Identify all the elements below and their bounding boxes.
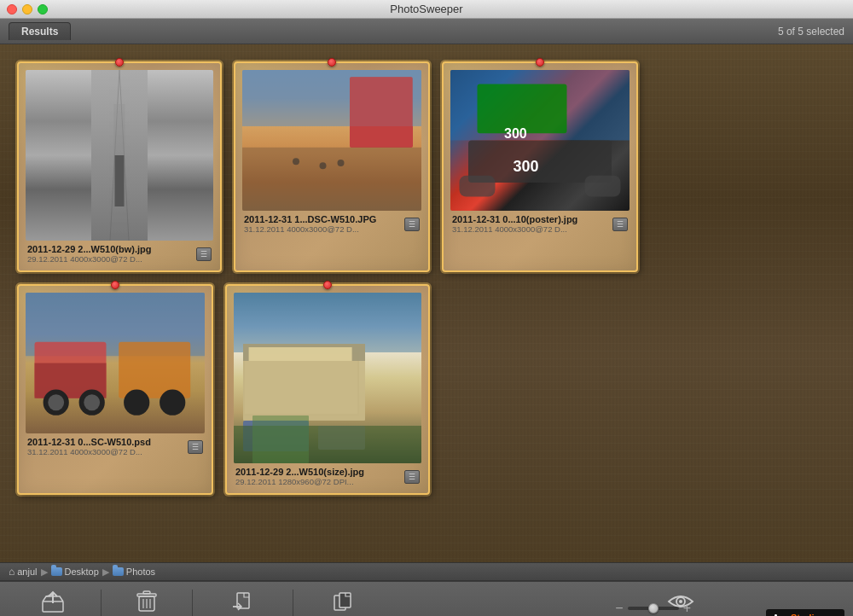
photo-trucks-img [26, 293, 205, 433]
watermark-accent: Studio [791, 613, 820, 616]
zoom-plus-btn[interactable]: + [683, 601, 691, 616]
photo-card-1[interactable]: 2011-12-29 2...W510(bw).jpg 29.12.2011 4… [17, 61, 222, 272]
copy-icon-container [330, 590, 357, 613]
svg-point-7 [320, 162, 327, 169]
app-title: PhotoSweeper [390, 3, 462, 15]
photo-info-text-4: 2011-12-31 0...SC-W510.psd 31.12.2011 40… [27, 437, 184, 456]
photo-card-5[interactable]: 2011-12-29 2...W510(size).jpg 29.12.2011… [225, 284, 430, 495]
photo-menu-4[interactable]: ☰ [188, 440, 203, 454]
maximize-button[interactable] [38, 4, 48, 15]
copy-rename-button[interactable]: Copy & Rename [297, 584, 390, 616]
selection-count: 5 of 5 selected [778, 26, 844, 38]
folder-icon-photos [113, 567, 124, 576]
copy-icon [331, 590, 357, 613]
move-rename-button[interactable]: Move & Rename [196, 584, 290, 616]
svg-rect-28 [249, 347, 352, 361]
photo-card-3[interactable]: 300 2011-12-31 0...10(poster).jpg 31.12.… [442, 61, 638, 272]
zoom-slider[interactable] [628, 607, 679, 610]
titlebar: PhotoSweeper [0, 0, 853, 19]
photo-meta-3: 31.12.2011 4000x3000@72 D... [452, 224, 609, 234]
sep-1 [101, 590, 102, 616]
action-bar: Take out of Box Move to Trash [0, 581, 853, 616]
photo-race-img: 300 [450, 70, 630, 211]
zoom-thumb [648, 603, 659, 613]
toolbar: Results 5 of 5 selected [0, 19, 853, 44]
photo-filename-3: 2011-12-31 0...10(poster).jpg [452, 214, 609, 224]
photo-info-text-5: 2011-12-29 2...W510(size).jpg 29.12.2011… [235, 467, 401, 486]
path-photos-label: Photos [126, 567, 155, 577]
photo-image-5 [234, 293, 421, 463]
svg-line-0 [110, 70, 119, 241]
svg-text:300: 300 [514, 158, 539, 175]
photo-filename-1: 2011-12-29 2...W510(bw).jpg [27, 244, 193, 254]
window-buttons [7, 4, 48, 15]
photo-bw-road-img [26, 70, 213, 241]
photo-filename-5: 2011-12-29 2...W510(size).jpg [235, 467, 401, 477]
trash-icon-container [133, 590, 160, 613]
zoom-minus-btn[interactable]: − [615, 601, 623, 616]
photo-building-img [234, 293, 421, 463]
box-out-icon [39, 590, 67, 613]
pin-5 [323, 281, 332, 289]
svg-rect-37 [143, 591, 150, 594]
photo-menu-2[interactable]: ☰ [404, 218, 420, 231]
take-out-of-box-button[interactable]: Take out of Box [9, 584, 97, 616]
main-content: 2011-12-29 2...W510(bw).jpg 29.12.2011 4… [0, 44, 853, 562]
photo-image-2 [242, 70, 421, 211]
svg-point-6 [293, 158, 299, 165]
path-photos[interactable]: Photos [113, 567, 155, 577]
photo-info-2: 2011-12-31 1...DSC-W510.JPG 31.12.2011 4… [242, 211, 421, 235]
svg-point-23 [124, 390, 149, 416]
svg-point-19 [48, 394, 64, 410]
path-home[interactable]: ⌂ anjul [9, 566, 38, 578]
move-to-trash-button[interactable]: Move to Trash [105, 584, 189, 616]
move-icon-container [229, 590, 257, 613]
path-home-label: anjul [17, 567, 37, 577]
photo-menu-3[interactable]: ☰ [612, 218, 628, 231]
sep-2 [192, 590, 193, 616]
svg-rect-10 [478, 84, 567, 134]
photo-menu-1[interactable]: ☰ [196, 247, 212, 261]
path-desktop-label: Desktop [65, 567, 99, 577]
photo-info-1: 2011-12-29 2...W510(bw).jpg 29.12.2011 4… [26, 241, 213, 265]
svg-rect-4 [350, 77, 413, 148]
folder-icon-desktop [51, 567, 62, 576]
results-tab[interactable]: Results [9, 22, 71, 40]
svg-rect-25 [234, 293, 421, 352]
photo-meta-5: 29.12.2011 1280x960@72 DPI... [235, 477, 401, 486]
photo-meta-1: 29.12.2011 4000x3000@72 D... [27, 254, 193, 264]
watermark-text: App [773, 613, 791, 616]
photo-info-5: 2011-12-29 2...W510(size).jpg 29.12.2011… [234, 463, 421, 488]
svg-rect-2 [113, 104, 125, 206]
svg-rect-14 [585, 176, 621, 197]
photo-card-4[interactable]: 2011-12-31 0...SC-W510.psd 31.12.2011 40… [17, 284, 213, 495]
photo-image-1 [26, 70, 213, 241]
move-icon [230, 590, 256, 613]
watermark-org: .org [820, 613, 838, 616]
photo-image-4 [26, 293, 205, 433]
pin-3 [536, 58, 544, 67]
pin-2 [328, 58, 336, 67]
trash-icon [136, 590, 158, 613]
photo-info-3: 2011-12-31 0...10(poster).jpg 31.12.2011… [450, 211, 630, 235]
photo-info-text-2: 2011-12-31 1...DSC-W510.JPG 31.12.2011 4… [244, 214, 401, 234]
photo-street-img [242, 70, 421, 211]
path-bar: ⌂ anjul ▶ Desktop ▶ Photos [0, 562, 853, 581]
path-sep-2: ▶ [102, 567, 109, 578]
svg-rect-22 [119, 342, 190, 398]
close-button[interactable] [7, 4, 17, 15]
photo-grid: 2011-12-29 2...W510(bw).jpg 29.12.2011 4… [9, 53, 844, 503]
path-sep-1: ▶ [41, 567, 48, 578]
path-desktop[interactable]: Desktop [51, 567, 99, 577]
sep-3 [293, 590, 293, 616]
photo-filename-2: 2011-12-31 1...DSC-W510.JPG [244, 214, 401, 224]
svg-point-21 [84, 394, 100, 410]
zoom-control: − + [615, 601, 691, 616]
svg-rect-13 [460, 176, 496, 197]
photo-image-3: 300 [450, 70, 630, 211]
photo-menu-5[interactable]: ☰ [404, 470, 420, 484]
photo-card-2[interactable]: 2011-12-31 1...DSC-W510.JPG 31.12.2011 4… [234, 61, 430, 272]
photo-filename-4: 2011-12-31 0...SC-W510.psd [27, 437, 184, 447]
minimize-button[interactable] [22, 4, 32, 15]
photo-meta-4: 31.12.2011 4000x3000@72 D... [27, 447, 184, 456]
